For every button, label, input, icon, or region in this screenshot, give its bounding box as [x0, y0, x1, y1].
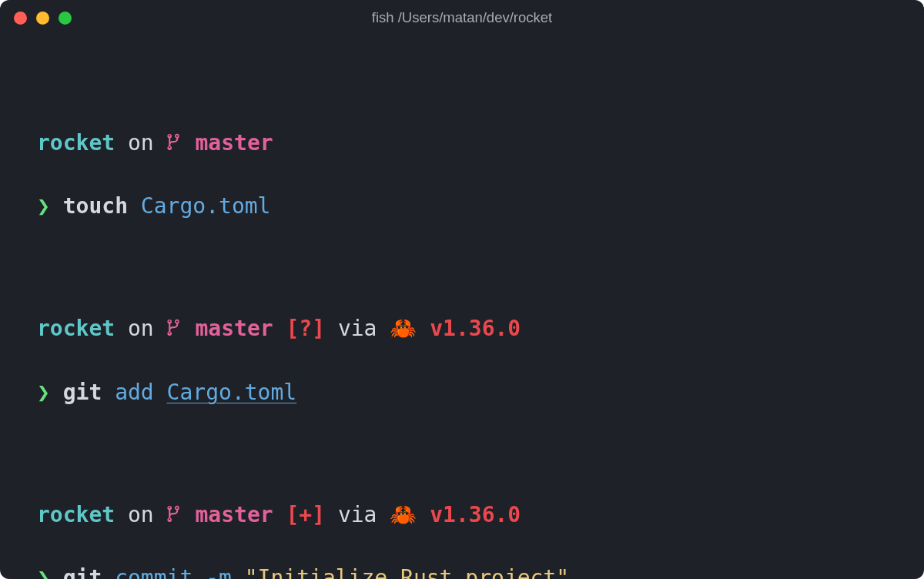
git-branch-icon — [167, 130, 182, 161]
rust-version: v1.36.0 — [417, 502, 521, 527]
command-arg: Cargo.toml — [128, 193, 270, 219]
prompt-chevron: ❯ — [37, 565, 63, 579]
git-status: [+] — [273, 502, 325, 527]
traffic-lights — [14, 12, 72, 25]
minimize-button[interactable] — [36, 12, 49, 25]
crab-icon: 🦀 — [390, 316, 417, 341]
prompt-text: via — [325, 316, 390, 341]
branch-name: master — [182, 130, 273, 156]
prompt-text: on — [115, 502, 166, 527]
prompt-chevron: ❯ — [37, 193, 63, 219]
maximize-button[interactable] — [59, 12, 72, 25]
prompt-line: rocket on master — [37, 128, 887, 161]
rust-version: v1.36.0 — [417, 316, 521, 341]
dir-name: rocket — [37, 502, 115, 527]
prompt-text: via — [325, 502, 390, 527]
prompt-chevron: ❯ — [37, 380, 63, 405]
command-line: ❯ git add Cargo.toml — [37, 377, 887, 408]
command-arg: Cargo.toml — [167, 380, 297, 405]
branch-name: master — [182, 316, 273, 341]
prompt-line: rocket on master [?] via 🦀 v1.36.0 — [37, 313, 887, 346]
command-line: ❯ touch Cargo.toml — [37, 191, 887, 222]
command-sub: commit — [102, 565, 206, 579]
titlebar: fish /Users/matan/dev/rocket — [0, 0, 924, 35]
branch-name: master — [182, 502, 273, 527]
git-status: [?] — [273, 316, 325, 341]
window-title: fish /Users/matan/dev/rocket — [372, 9, 552, 26]
dir-name: rocket — [37, 316, 115, 341]
git-branch-icon — [167, 502, 182, 533]
prompt-line: rocket on master [+] via 🦀 v1.36.0 — [37, 500, 887, 533]
command-msg: "Initialize Rust project" — [245, 565, 569, 579]
command-sub: add — [102, 380, 166, 405]
terminal-body[interactable]: rocket on master ❯ touch Cargo.toml rock… — [0, 35, 924, 579]
prompt-text: on — [115, 130, 166, 156]
terminal-window: fish /Users/matan/dev/rocket rocket on m… — [0, 0, 924, 579]
prompt-text: on — [115, 316, 166, 341]
dir-name: rocket — [37, 130, 115, 156]
crab-icon: 🦀 — [390, 502, 417, 527]
command-line: ❯ git commit -m "Initialize Rust project… — [37, 563, 887, 579]
git-branch-icon — [167, 316, 182, 346]
command: touch — [63, 193, 128, 219]
command-flag: -m — [206, 565, 245, 579]
close-button[interactable] — [14, 12, 27, 25]
command: git — [63, 380, 102, 405]
command: git — [63, 565, 102, 579]
